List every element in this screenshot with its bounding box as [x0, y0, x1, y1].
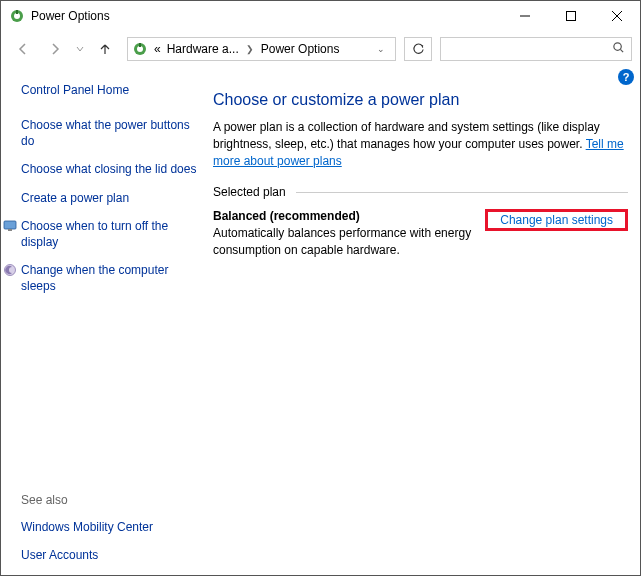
page-description: A power plan is a collection of hardware… [213, 119, 628, 169]
moon-icon [3, 263, 17, 277]
sidebar-link-turn-off-display[interactable]: Choose when to turn off the display [21, 218, 199, 250]
breadcrumb-prefix[interactable]: « [152, 42, 163, 56]
app-icon [9, 8, 25, 24]
location-icon [132, 41, 148, 57]
window-controls [502, 1, 640, 31]
desc-text: A power plan is a collection of hardware… [213, 120, 600, 151]
navbar: « Hardware a... ❯ Power Options ⌄ [1, 31, 640, 67]
svg-rect-9 [139, 43, 141, 47]
sidebar-top: Control Panel Home Choose what the power… [21, 83, 199, 493]
body: Control Panel Home Choose what the power… [1, 67, 640, 575]
plan-row: Balanced (recommended) Automatically bal… [213, 209, 628, 259]
sidebar-row-computer-sleeps: Change when the computer sleeps [3, 262, 199, 294]
titlebar: Power Options [1, 1, 640, 31]
svg-point-10 [614, 43, 621, 50]
sidebar-link-computer-sleeps[interactable]: Change when the computer sleeps [21, 262, 199, 294]
window: Power Options « Hardware a... ❯ Power Op… [0, 0, 641, 576]
search-box[interactable] [440, 37, 632, 61]
breadcrumb: « Hardware a... ❯ Power Options [152, 42, 367, 56]
minimize-button[interactable] [502, 1, 548, 31]
plan-info: Balanced (recommended) Automatically bal… [213, 209, 485, 259]
section-header: Selected plan [213, 185, 628, 199]
svg-rect-2 [16, 10, 18, 14]
forward-button[interactable] [41, 35, 69, 63]
sidebar-bottom: See also Windows Mobility Center User Ac… [21, 493, 199, 563]
close-button[interactable] [594, 1, 640, 31]
sidebar-link-user-accounts[interactable]: User Accounts [21, 547, 199, 563]
plan-description: Automatically balances performance with … [213, 225, 485, 259]
breadcrumb-power[interactable]: Power Options [259, 42, 342, 56]
svg-rect-12 [4, 221, 16, 229]
svg-rect-4 [567, 12, 576, 21]
svg-rect-13 [8, 229, 12, 231]
refresh-button[interactable] [404, 37, 432, 61]
recent-dropdown[interactable] [73, 35, 87, 63]
maximize-button[interactable] [548, 1, 594, 31]
section-divider [296, 192, 628, 193]
help-icon[interactable]: ? [618, 69, 634, 85]
sidebar-row-turn-off-display: Choose when to turn off the display [3, 218, 199, 250]
section-label: Selected plan [213, 185, 286, 199]
page-heading: Choose or customize a power plan [213, 91, 628, 109]
plan-name: Balanced (recommended) [213, 209, 485, 223]
sidebar-link-create-plan[interactable]: Create a power plan [21, 190, 199, 206]
sidebar-link-closing-lid[interactable]: Choose what closing the lid does [21, 161, 199, 177]
up-button[interactable] [91, 35, 119, 63]
svg-line-11 [620, 49, 623, 52]
sidebar-link-mobility-center[interactable]: Windows Mobility Center [21, 519, 199, 535]
control-panel-home-link[interactable]: Control Panel Home [21, 83, 199, 97]
back-button[interactable] [9, 35, 37, 63]
breadcrumb-hardware[interactable]: Hardware a... [165, 42, 241, 56]
sidebar-link-power-buttons[interactable]: Choose what the power buttons do [21, 117, 199, 149]
search-input[interactable] [447, 42, 612, 56]
window-title: Power Options [31, 9, 502, 23]
address-dropdown[interactable]: ⌄ [371, 44, 391, 54]
address-bar[interactable]: « Hardware a... ❯ Power Options ⌄ [127, 37, 396, 61]
chevron-right-icon[interactable]: ❯ [243, 44, 257, 54]
sidebar: Control Panel Home Choose what the power… [1, 67, 211, 575]
change-plan-settings-link[interactable]: Change plan settings [492, 209, 621, 231]
search-icon[interactable] [612, 41, 625, 57]
highlight-box: Change plan settings [485, 209, 628, 231]
content: ? Choose or customize a power plan A pow… [211, 67, 640, 575]
see-also-label: See also [21, 493, 199, 507]
monitor-icon [3, 219, 17, 233]
